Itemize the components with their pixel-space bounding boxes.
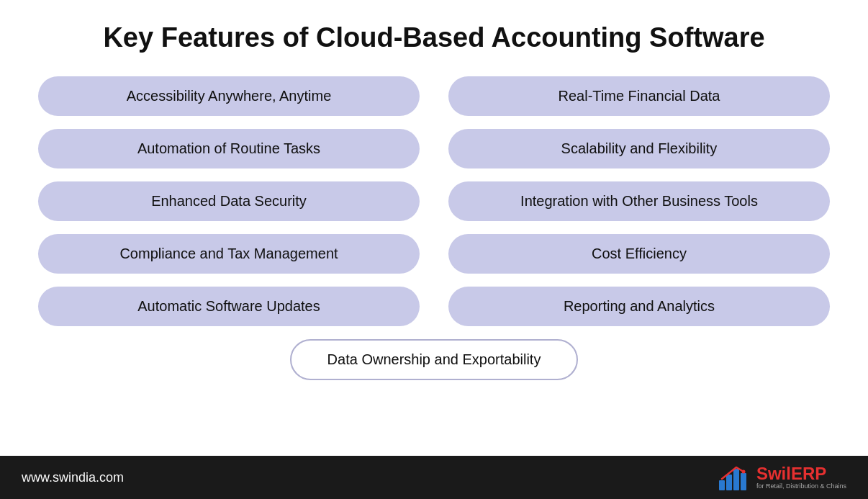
logo-brand: SwilERP <box>756 464 846 483</box>
feature-pill-updates: Automatic Software Updates <box>38 287 420 326</box>
main-content: Key Features of Cloud-Based Accounting S… <box>0 0 868 456</box>
logo-text-area: SwilERP for Retail, Distribution & Chain… <box>756 464 846 490</box>
logo-area: SwilERP for Retail, Distribution & Chain… <box>716 460 846 495</box>
logo-tagline: for Retail, Distribution & Chains <box>756 483 846 490</box>
features-grid: Accessibility Anywhere, Anytime Real-Tim… <box>38 76 830 326</box>
feature-pill-data-ownership: Data Ownership and Exportability <box>290 339 579 380</box>
feature-pill-reporting: Reporting and Analytics <box>448 287 830 326</box>
bottom-row: Data Ownership and Exportability <box>290 339 579 380</box>
feature-pill-automation: Automation of Routine Tasks <box>38 129 420 168</box>
feature-pill-scalability: Scalability and Flexibility <box>448 129 830 168</box>
svg-rect-0 <box>719 480 725 490</box>
feature-pill-integration: Integration with Other Business Tools <box>448 181 830 221</box>
svg-rect-3 <box>741 473 746 490</box>
svg-point-4 <box>741 470 745 474</box>
feature-pill-accessibility: Accessibility Anywhere, Anytime <box>38 76 420 116</box>
footer: www.swindia.com SwilERP for Retail, Dist… <box>0 456 868 499</box>
feature-pill-compliance: Compliance and Tax Management <box>38 234 420 274</box>
footer-url: www.swindia.com <box>22 470 124 485</box>
page-title: Key Features of Cloud-Based Accounting S… <box>103 22 764 55</box>
svg-rect-2 <box>733 469 739 490</box>
swilerp-logo-icon <box>716 460 751 495</box>
feature-pill-cost: Cost Efficiency <box>448 234 830 274</box>
feature-pill-security: Enhanced Data Security <box>38 181 420 221</box>
svg-rect-1 <box>726 475 732 490</box>
feature-pill-realtime: Real-Time Financial Data <box>448 76 830 116</box>
